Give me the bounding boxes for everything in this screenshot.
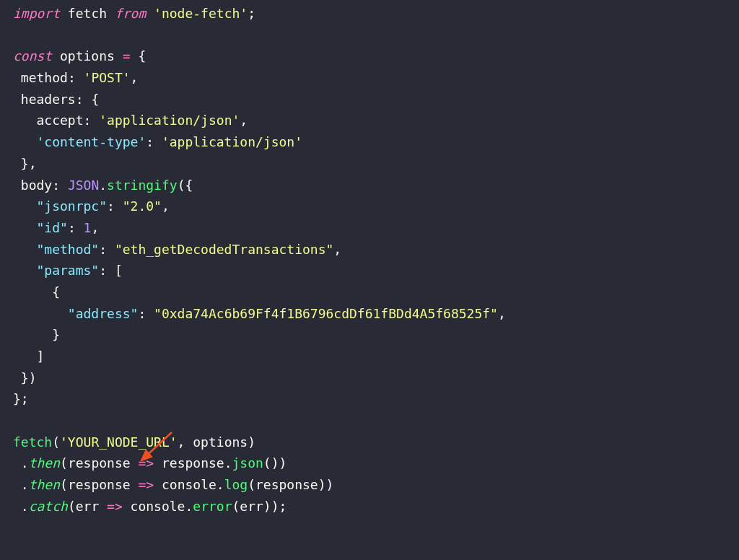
code-line-24: .catch(err => console.error(err)); — [13, 499, 287, 514]
code-line-4: method: 'POST', — [13, 70, 138, 85]
code-line-10: "jsonrpc": "2.0", — [13, 198, 170, 214]
code-line-9: body: JSON.stringify({ — [13, 178, 193, 193]
code-line-14: { — [13, 284, 60, 299]
code-line-21: fetch('YOUR_NODE_URL', options) — [13, 434, 255, 450]
code-line-11: "id": 1, — [13, 220, 99, 235]
code-line-12: "method": "eth_getDecodedTransactions", — [13, 242, 341, 257]
code-line-8: }, — [13, 156, 37, 171]
code-line-6: accept: 'application/json', — [13, 113, 248, 128]
keyword-import: import — [13, 6, 60, 21]
code-block: import fetch from 'node-fetch'; const op… — [13, 3, 726, 517]
code-line-5: headers: { — [13, 92, 99, 107]
keyword-from: from — [115, 6, 146, 21]
code-line-22: .then(response => response.json()) — [13, 455, 287, 471]
string-literal: 'node-fetch' — [154, 6, 248, 21]
code-line-23: .then(response => console.log(response)) — [13, 477, 333, 492]
code-line-15: "address": "0xda74Ac6b69Ff4f1B6796cdDf61… — [13, 306, 506, 321]
code-line-16: } — [13, 327, 60, 342]
identifier-fetch: fetch — [60, 6, 115, 21]
code-line-19: }; — [13, 391, 29, 406]
code-line-7: 'content-type': 'application/json' — [13, 134, 302, 149]
code-line-1: import fetch from 'node-fetch'; — [13, 6, 255, 21]
code-line-17: ] — [13, 349, 44, 364]
code-line-13: "params": [ — [13, 263, 123, 278]
code-line-18: }) — [13, 370, 37, 385]
keyword-const: const — [13, 48, 52, 64]
code-line-3: const options = { — [13, 48, 146, 64]
